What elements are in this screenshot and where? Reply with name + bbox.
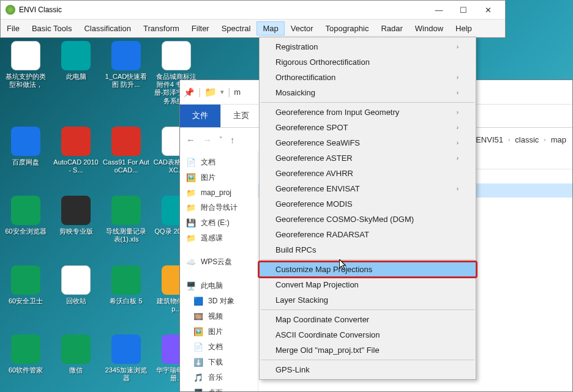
sidebar-item[interactable]: 🖥️桌面: [182, 385, 255, 391]
menu-item-layer-stacking[interactable]: Layer Stacking: [260, 292, 476, 308]
desktop-icon[interactable]: 60安全浏览器: [2, 196, 49, 243]
submenu-arrow-icon: ›: [457, 109, 459, 116]
sidebar-item[interactable]: 🖼️图片: [182, 324, 255, 339]
breadcrumb-seg[interactable]: map: [551, 135, 566, 144]
menu-item-georeference-cosmo-skymed-dgm-[interactable]: Georeference COSMO-SkyMed (DGM): [260, 212, 476, 227]
desktop-icon[interactable]: 2345加速浏览器: [103, 335, 149, 382]
desktop-icon[interactable]: 导线测量记录表(1).xls: [103, 196, 149, 243]
menu-separator: [261, 102, 474, 103]
nav-dropdown-icon[interactable]: ˅: [219, 136, 223, 144]
menu-item-georeference-from-input-geometry[interactable]: Georeference from Input Geometry›: [260, 105, 476, 120]
menu-item-registration[interactable]: Registration›: [260, 39, 476, 54]
desktop-icon[interactable]: 此电脑: [53, 41, 99, 105]
desktop-icon[interactable]: 剪映专业版: [53, 196, 99, 243]
desktop-icon[interactable]: 1_CAD快速看图 防升...: [103, 41, 149, 105]
sidebar-item[interactable]: 📄文档: [182, 155, 255, 170]
menu-topographic[interactable]: Topographic: [320, 21, 375, 35]
submenu-arrow-icon: ›: [457, 155, 459, 161]
menu-item-label: Registration: [275, 42, 318, 51]
tab-file[interactable]: 文件: [180, 105, 221, 127]
menu-item-gps-link[interactable]: GPS-Link: [260, 362, 476, 377]
menu-item-georeference-radarsat[interactable]: Georeference RADARSAT: [260, 227, 476, 242]
menu-spectral[interactable]: Spectral: [215, 21, 257, 35]
breadcrumb-seg[interactable]: classic: [515, 135, 539, 144]
menu-item-customize-map-projections[interactable]: Customize Map Projections: [260, 262, 476, 277]
desktop-icon[interactable]: 百度网盘: [2, 127, 49, 174]
sidebar-item-icon: 📁: [186, 203, 196, 213]
sidebar-item-icon: 🎞️: [193, 312, 203, 322]
app-icon: [111, 41, 141, 70]
desktop-icon[interactable]: 基坑支护的类型和做法，: [2, 41, 49, 105]
menu-help[interactable]: Help: [449, 21, 478, 35]
app-icon: [61, 196, 91, 225]
menu-item-georeference-avhrr[interactable]: Georeference AVHRR: [260, 166, 476, 181]
desktop-icon[interactable]: 希沃白板 5: [103, 265, 149, 313]
tab-home[interactable]: 主页: [221, 105, 262, 127]
menu-item-georeference-modis[interactable]: Georeference MODIS: [260, 196, 476, 212]
sidebar-thispc[interactable]: 🖥️此电脑: [182, 278, 255, 294]
menu-filter[interactable]: Filter: [185, 21, 215, 35]
icon-label: 60安全浏览器: [5, 227, 46, 235]
maximize-button[interactable]: ☐: [451, 1, 476, 18]
app-icon: [111, 335, 141, 364]
desktop-icon[interactable]: 60软件管家: [2, 335, 49, 382]
sidebar-item[interactable]: 📄文档: [182, 339, 255, 355]
desktop-icon[interactable]: AutoCAD 2010 - S...: [53, 127, 99, 174]
sidebar-item[interactable]: 🖼️图片: [182, 170, 255, 185]
breadcrumb-seg[interactable]: ENVI51: [476, 135, 503, 144]
sidebar-item-icon: 💾: [186, 218, 196, 228]
desktop-icon[interactable]: 微信: [53, 335, 99, 382]
menu-item-georeference-aster[interactable]: Georeference ASTER›: [260, 150, 476, 166]
menu-map[interactable]: Map: [257, 21, 284, 35]
sidebar-item[interactable]: 📁附合导线计: [182, 200, 255, 215]
icon-label: 剪映专业版: [59, 227, 93, 235]
menu-item-build-rpcs[interactable]: Build RPCs: [260, 242, 476, 257]
menu-item-mosaicking[interactable]: Mosaicking›: [260, 85, 476, 100]
sidebar-item-label: 视频: [208, 311, 223, 322]
minimize-button[interactable]: —: [427, 1, 451, 18]
sidebar-item[interactable]: ⬇️下载: [182, 355, 255, 370]
app-icon: [11, 196, 40, 225]
close-button[interactable]: ✕: [476, 1, 500, 18]
sidebar-item[interactable]: 🟦3D 对象: [182, 294, 255, 309]
menu-item-georeference-spot[interactable]: Georeference SPOT›: [260, 120, 476, 135]
icon-label: 导线测量记录表(1).xls: [103, 227, 149, 243]
icon-label: 2345加速浏览器: [103, 366, 149, 382]
nav-back-button[interactable]: ←: [186, 135, 195, 145]
sidebar-item[interactable]: 🎵音乐: [182, 370, 255, 385]
menu-item-label: Georeference MODIS: [275, 199, 353, 209]
menu-item-rigorous-orthorectification[interactable]: Rigorous Orthorectification: [260, 54, 476, 70]
envi-titlebar[interactable]: ENVI Classic — ☐ ✕: [1, 1, 505, 19]
menu-item-georeference-envisat[interactable]: Georeference ENVISAT›: [260, 181, 476, 196]
sidebar-wps[interactable]: ☁️WPS云盘: [182, 254, 255, 270]
menu-transform[interactable]: Transform: [137, 21, 185, 35]
desktop-icon[interactable]: 回收站: [53, 265, 99, 313]
breadcrumb[interactable]: › ENVI51 › classic › map: [469, 135, 566, 144]
menu-separator: [261, 259, 474, 260]
menu-item-ascii-coordinate-conversion[interactable]: ASCII Coordinate Conversion: [260, 327, 476, 342]
menu-window[interactable]: Window: [409, 21, 449, 35]
menu-vector[interactable]: Vector: [285, 21, 320, 35]
menu-item-merge-old-map-proj-txt-file[interactable]: Merge Old "map_proj.txt" File: [260, 342, 476, 358]
nav-up-button[interactable]: ↑: [230, 135, 235, 145]
menu-basic-tools[interactable]: Basic Tools: [26, 21, 78, 35]
sidebar-item[interactable]: 💾文档 (E:): [182, 215, 255, 231]
menu-item-convert-map-projection[interactable]: Convert Map Projection: [260, 277, 476, 292]
desktop-icon[interactable]: Cass91 For AutoCAD...: [103, 127, 149, 174]
icon-label: 基坑支护的类型和做法，: [2, 73, 49, 89]
desktop-icon[interactable]: 60安全卫士: [2, 265, 49, 313]
sidebar-item[interactable]: 📁map_proj: [182, 185, 255, 200]
pin-icon[interactable]: 📌: [184, 87, 195, 97]
dropdown-icon[interactable]: ▾: [220, 88, 224, 96]
submenu-arrow-icon: ›: [457, 74, 459, 81]
menu-file[interactable]: File: [1, 21, 26, 35]
menu-radar[interactable]: Radar: [375, 21, 408, 35]
menu-item-label: Rigorous Orthorectification: [275, 57, 370, 67]
sidebar-item[interactable]: 📁遥感课: [182, 231, 255, 246]
sidebar-item[interactable]: 🎞️视频: [182, 309, 255, 324]
menu-item-georeference-seawifs[interactable]: Georeference SeaWiFS›: [260, 135, 476, 150]
menu-item-map-coordinate-converter[interactable]: Map Coordinate Converter: [260, 312, 476, 327]
nav-forward-button[interactable]: →: [203, 135, 212, 145]
menu-item-orthorectification[interactable]: Orthorectification›: [260, 70, 476, 85]
menu-classification[interactable]: Classification: [78, 21, 137, 35]
